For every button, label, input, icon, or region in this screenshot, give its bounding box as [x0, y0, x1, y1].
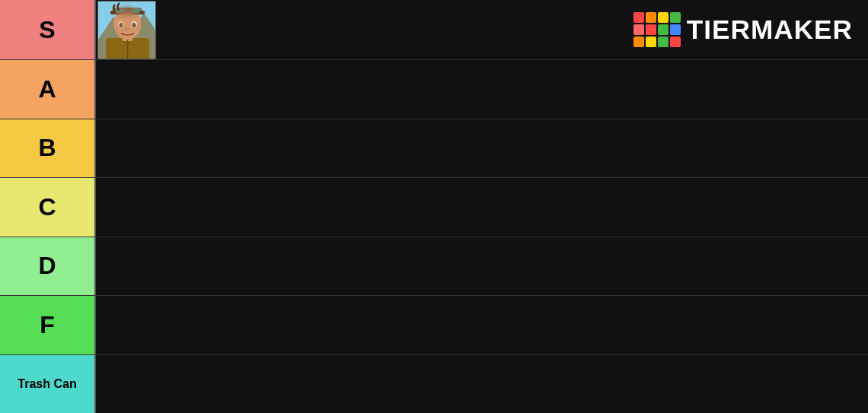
- svg-point-9: [118, 21, 124, 27]
- tiermaker-logo: TiERMAKER: [693, 0, 868, 59]
- logo-cell: [633, 24, 644, 35]
- logo-cell: [646, 24, 656, 35]
- tier-row-trash: Trash Can: [0, 355, 868, 414]
- tier-row-s: S: [0, 0, 868, 60]
- tier-row-d: D: [0, 237, 868, 297]
- tier-content-d[interactable]: [96, 237, 868, 296]
- tier-row-f: F: [0, 296, 868, 355]
- tier-label-c: C: [0, 178, 96, 237]
- logo-cell: [646, 12, 656, 23]
- logo-text: TiERMAKER: [687, 14, 853, 45]
- logo-cell: [658, 24, 669, 35]
- svg-rect-2: [106, 38, 149, 59]
- svg-point-4: [114, 9, 142, 40]
- tier-label-b: B: [0, 119, 96, 178]
- tier-row-a: A: [0, 60, 868, 119]
- tier-row-c: C: [0, 178, 868, 237]
- tier-content-b[interactable]: [96, 119, 868, 178]
- svg-rect-8: [131, 8, 140, 13]
- tier-content-c[interactable]: [96, 178, 868, 237]
- logo-cell: [633, 12, 644, 23]
- tier-label-trash: Trash Can: [0, 355, 96, 414]
- tier-label-a: A: [0, 60, 96, 119]
- svg-rect-3: [123, 30, 132, 41]
- logo-cell: [658, 37, 669, 47]
- tier-content-trash[interactable]: [96, 355, 868, 414]
- svg-point-13: [125, 27, 129, 30]
- svg-marker-15: [117, 38, 138, 46]
- logo-cell: [633, 37, 644, 47]
- tierlist: S: [0, 0, 868, 413]
- svg-rect-5: [113, 8, 142, 14]
- tier-row-b: B: [0, 119, 868, 179]
- tier-label-f: F: [0, 296, 96, 354]
- tier-content-a[interactable]: [96, 60, 868, 119]
- svg-rect-6: [110, 11, 145, 14]
- logo-cell: [670, 12, 681, 23]
- svg-point-10: [131, 21, 137, 27]
- svg-marker-1: [98, 13, 156, 59]
- logo-grid: [633, 12, 681, 47]
- svg-point-12: [132, 23, 136, 27]
- logo-cell: [646, 37, 656, 47]
- logo-cell: [658, 12, 669, 23]
- tier-label-d: D: [0, 237, 96, 296]
- logo-cell: [670, 24, 681, 35]
- svg-rect-7: [115, 8, 124, 13]
- logo-cell: [670, 37, 681, 47]
- tier-content-s[interactable]: TiERMAKER: [96, 0, 868, 59]
- svg-rect-0: [98, 2, 156, 59]
- tier-item-character[interactable]: [97, 1, 156, 59]
- svg-point-11: [120, 23, 123, 27]
- tier-content-f[interactable]: [96, 296, 868, 354]
- tier-label-s: S: [0, 0, 96, 59]
